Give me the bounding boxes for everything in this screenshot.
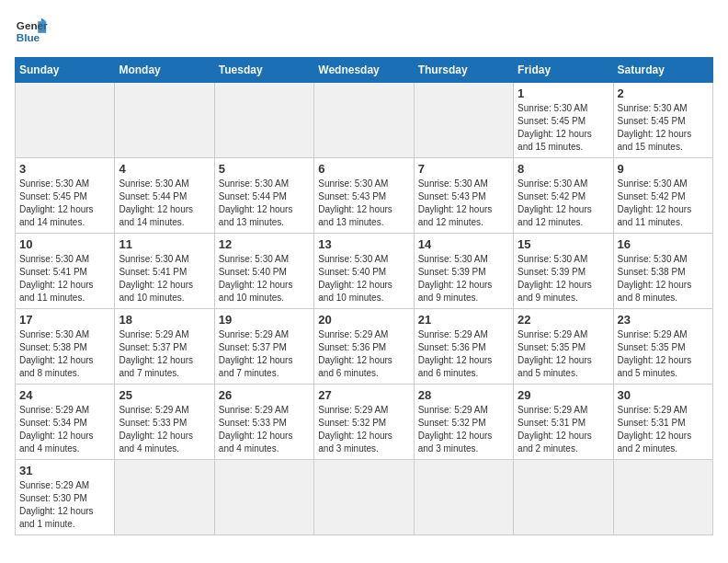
calendar-week-row: 3Sunrise: 5:30 AM Sunset: 5:45 PM Daylig… bbox=[16, 158, 713, 234]
calendar-cell: 2Sunrise: 5:30 AM Sunset: 5:45 PM Daylig… bbox=[613, 83, 712, 158]
calendar-cell bbox=[16, 83, 115, 158]
calendar-cell: 25Sunrise: 5:29 AM Sunset: 5:33 PM Dayli… bbox=[115, 385, 214, 460]
day-number: 1 bbox=[518, 86, 609, 100]
day-info: Sunrise: 5:29 AM Sunset: 5:34 PM Dayligh… bbox=[19, 404, 110, 455]
calendar-week-row: 10Sunrise: 5:30 AM Sunset: 5:41 PM Dayli… bbox=[16, 234, 713, 309]
day-info: Sunrise: 5:30 AM Sunset: 5:38 PM Dayligh… bbox=[19, 328, 110, 380]
day-number: 28 bbox=[418, 388, 509, 402]
day-number: 23 bbox=[618, 313, 709, 327]
day-number: 4 bbox=[119, 162, 210, 176]
day-info: Sunrise: 5:30 AM Sunset: 5:44 PM Dayligh… bbox=[219, 178, 310, 229]
day-number: 17 bbox=[19, 313, 110, 327]
header: General Blue bbox=[15, 15, 713, 48]
day-info: Sunrise: 5:30 AM Sunset: 5:41 PM Dayligh… bbox=[119, 253, 210, 304]
calendar-cell: 9Sunrise: 5:30 AM Sunset: 5:42 PM Daylig… bbox=[613, 158, 712, 234]
day-info: Sunrise: 5:30 AM Sunset: 5:45 PM Dayligh… bbox=[618, 102, 709, 154]
day-number: 26 bbox=[219, 388, 310, 402]
calendar-table: SundayMondayTuesdayWednesdayThursdayFrid… bbox=[15, 57, 713, 535]
calendar-cell bbox=[214, 460, 313, 535]
day-info: Sunrise: 5:30 AM Sunset: 5:40 PM Dayligh… bbox=[219, 253, 310, 304]
day-info: Sunrise: 5:29 AM Sunset: 5:33 PM Dayligh… bbox=[219, 404, 310, 455]
calendar-week-row: 1Sunrise: 5:30 AM Sunset: 5:45 PM Daylig… bbox=[16, 83, 713, 158]
day-number: 13 bbox=[318, 237, 409, 251]
calendar-cell: 18Sunrise: 5:29 AM Sunset: 5:37 PM Dayli… bbox=[115, 309, 214, 385]
day-info: Sunrise: 5:29 AM Sunset: 5:31 PM Dayligh… bbox=[618, 404, 709, 455]
day-info: Sunrise: 5:29 AM Sunset: 5:36 PM Dayligh… bbox=[418, 328, 509, 380]
day-info: Sunrise: 5:29 AM Sunset: 5:36 PM Dayligh… bbox=[318, 328, 409, 380]
svg-text:Blue: Blue bbox=[17, 31, 40, 43]
calendar-cell: 13Sunrise: 5:30 AM Sunset: 5:40 PM Dayli… bbox=[314, 234, 414, 309]
calendar-cell: 22Sunrise: 5:29 AM Sunset: 5:35 PM Dayli… bbox=[514, 309, 613, 385]
calendar-cell: 7Sunrise: 5:30 AM Sunset: 5:43 PM Daylig… bbox=[414, 158, 513, 234]
calendar-week-row: 24Sunrise: 5:29 AM Sunset: 5:34 PM Dayli… bbox=[16, 385, 713, 460]
calendar-cell: 16Sunrise: 5:30 AM Sunset: 5:38 PM Dayli… bbox=[613, 234, 712, 309]
calendar-cell: 3Sunrise: 5:30 AM Sunset: 5:45 PM Daylig… bbox=[16, 158, 115, 234]
day-number: 21 bbox=[418, 313, 509, 327]
day-info: Sunrise: 5:30 AM Sunset: 5:42 PM Dayligh… bbox=[518, 178, 609, 229]
day-number: 2 bbox=[618, 86, 709, 100]
day-info: Sunrise: 5:30 AM Sunset: 5:43 PM Dayligh… bbox=[318, 178, 409, 229]
day-info: Sunrise: 5:30 AM Sunset: 5:39 PM Dayligh… bbox=[418, 253, 509, 304]
day-number: 5 bbox=[219, 162, 310, 176]
calendar-cell bbox=[115, 460, 214, 535]
weekday-header-wednesday: Wednesday bbox=[314, 58, 414, 83]
calendar-cell: 29Sunrise: 5:29 AM Sunset: 5:31 PM Dayli… bbox=[514, 385, 613, 460]
day-number: 24 bbox=[19, 388, 110, 402]
day-number: 12 bbox=[219, 237, 310, 251]
day-number: 9 bbox=[618, 162, 709, 176]
calendar-cell bbox=[414, 83, 513, 158]
day-info: Sunrise: 5:30 AM Sunset: 5:39 PM Dayligh… bbox=[518, 253, 609, 304]
day-info: Sunrise: 5:29 AM Sunset: 5:32 PM Dayligh… bbox=[318, 404, 409, 455]
day-number: 15 bbox=[518, 237, 609, 251]
day-number: 31 bbox=[19, 464, 110, 477]
day-info: Sunrise: 5:30 AM Sunset: 5:42 PM Dayligh… bbox=[618, 178, 709, 229]
calendar-cell: 28Sunrise: 5:29 AM Sunset: 5:32 PM Dayli… bbox=[414, 385, 513, 460]
calendar-cell: 26Sunrise: 5:29 AM Sunset: 5:33 PM Dayli… bbox=[214, 385, 313, 460]
weekday-header-saturday: Saturday bbox=[613, 58, 712, 83]
day-info: Sunrise: 5:29 AM Sunset: 5:33 PM Dayligh… bbox=[119, 404, 210, 455]
day-number: 7 bbox=[418, 162, 509, 176]
calendar-cell: 15Sunrise: 5:30 AM Sunset: 5:39 PM Dayli… bbox=[514, 234, 613, 309]
calendar-week-row: 31Sunrise: 5:29 AM Sunset: 5:30 PM Dayli… bbox=[16, 460, 713, 535]
day-info: Sunrise: 5:30 AM Sunset: 5:44 PM Dayligh… bbox=[119, 178, 210, 229]
calendar-cell bbox=[414, 460, 513, 535]
weekday-header-thursday: Thursday bbox=[414, 58, 513, 83]
calendar-cell: 23Sunrise: 5:29 AM Sunset: 5:35 PM Dayli… bbox=[613, 309, 712, 385]
calendar-week-row: 17Sunrise: 5:30 AM Sunset: 5:38 PM Dayli… bbox=[16, 309, 713, 385]
weekday-header-friday: Friday bbox=[514, 58, 613, 83]
calendar-cell bbox=[115, 83, 214, 158]
calendar-cell: 10Sunrise: 5:30 AM Sunset: 5:41 PM Dayli… bbox=[16, 234, 115, 309]
calendar-cell: 5Sunrise: 5:30 AM Sunset: 5:44 PM Daylig… bbox=[214, 158, 313, 234]
weekday-header-tuesday: Tuesday bbox=[214, 58, 313, 83]
day-number: 16 bbox=[618, 237, 709, 251]
calendar-cell: 21Sunrise: 5:29 AM Sunset: 5:36 PM Dayli… bbox=[414, 309, 513, 385]
day-number: 10 bbox=[19, 237, 110, 251]
day-number: 22 bbox=[518, 313, 609, 327]
day-number: 27 bbox=[318, 388, 409, 402]
calendar-cell: 31Sunrise: 5:29 AM Sunset: 5:30 PM Dayli… bbox=[16, 460, 115, 535]
day-number: 14 bbox=[418, 237, 509, 251]
calendar-cell: 11Sunrise: 5:30 AM Sunset: 5:41 PM Dayli… bbox=[115, 234, 214, 309]
day-info: Sunrise: 5:29 AM Sunset: 5:35 PM Dayligh… bbox=[518, 328, 609, 380]
calendar-cell: 24Sunrise: 5:29 AM Sunset: 5:34 PM Dayli… bbox=[16, 385, 115, 460]
day-info: Sunrise: 5:30 AM Sunset: 5:45 PM Dayligh… bbox=[19, 178, 110, 229]
calendar-cell: 1Sunrise: 5:30 AM Sunset: 5:45 PM Daylig… bbox=[514, 83, 613, 158]
generalblue-logo-icon: General Blue bbox=[15, 15, 48, 48]
day-info: Sunrise: 5:30 AM Sunset: 5:40 PM Dayligh… bbox=[318, 253, 409, 304]
weekday-header-row: SundayMondayTuesdayWednesdayThursdayFrid… bbox=[16, 58, 713, 83]
day-number: 20 bbox=[318, 313, 409, 327]
calendar-cell: 12Sunrise: 5:30 AM Sunset: 5:40 PM Dayli… bbox=[214, 234, 313, 309]
calendar-cell: 17Sunrise: 5:30 AM Sunset: 5:38 PM Dayli… bbox=[16, 309, 115, 385]
weekday-header-monday: Monday bbox=[115, 58, 214, 83]
day-number: 8 bbox=[518, 162, 609, 176]
calendar-cell: 27Sunrise: 5:29 AM Sunset: 5:32 PM Dayli… bbox=[314, 385, 414, 460]
day-number: 30 bbox=[618, 388, 709, 402]
calendar-cell bbox=[214, 83, 313, 158]
calendar-cell: 14Sunrise: 5:30 AM Sunset: 5:39 PM Dayli… bbox=[414, 234, 513, 309]
calendar-cell bbox=[613, 460, 712, 535]
day-info: Sunrise: 5:29 AM Sunset: 5:35 PM Dayligh… bbox=[618, 328, 709, 380]
calendar-cell: 8Sunrise: 5:30 AM Sunset: 5:42 PM Daylig… bbox=[514, 158, 613, 234]
weekday-header-sunday: Sunday bbox=[16, 58, 115, 83]
day-number: 11 bbox=[119, 237, 210, 251]
day-info: Sunrise: 5:29 AM Sunset: 5:32 PM Dayligh… bbox=[418, 404, 509, 455]
